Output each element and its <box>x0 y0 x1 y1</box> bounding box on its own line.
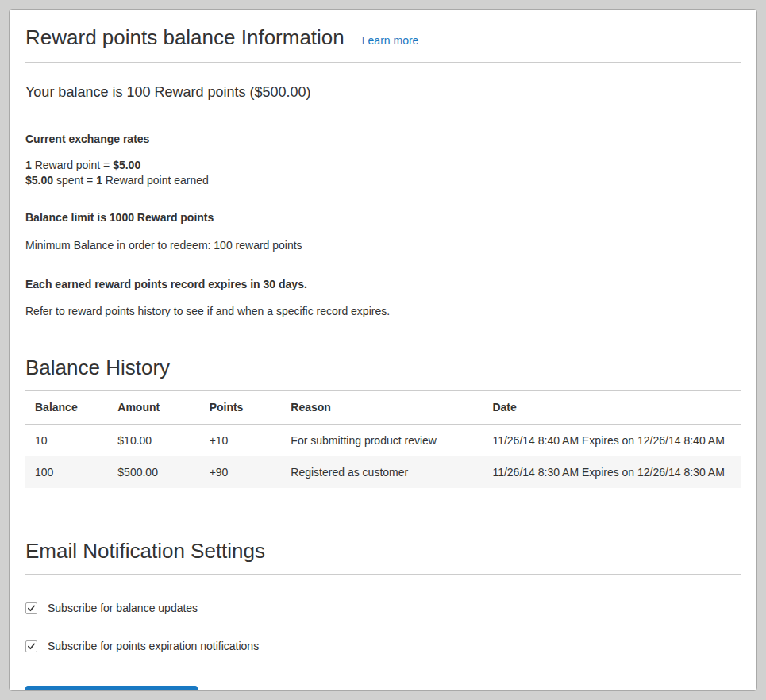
cell-balance: 10 <box>25 425 110 457</box>
balance-updates-checkbox[interactable] <box>25 602 37 614</box>
points-expiration-checkbox[interactable] <box>25 640 37 652</box>
column-header-reason: Reason <box>283 391 484 425</box>
cell-points: +90 <box>202 456 283 488</box>
exchange-rates-heading: Current exchange rates <box>25 132 741 147</box>
expiration-notice: Each earned reward points record expires… <box>25 277 741 292</box>
cell-amount: $500.00 <box>110 456 201 488</box>
exchange-rates-lines: 1 Reward point = $5.00 $5.00 spent = 1 R… <box>25 158 741 188</box>
column-header-points: Points <box>202 391 283 425</box>
cell-points: +10 <box>202 425 283 457</box>
learn-more-link[interactable]: Learn more <box>362 34 419 47</box>
table-row: 100 $500.00 +90 Registered as customer 1… <box>25 456 741 488</box>
balance-limit-notice: Balance limit is 1000 Reward points <box>25 210 741 225</box>
save-subscription-settings-button[interactable]: Save Subscription Settings <box>25 686 198 691</box>
cell-reason: Registered as customer <box>283 456 484 488</box>
column-header-amount: Amount <box>110 391 201 425</box>
rate2-amount: $5.00 <box>25 174 53 187</box>
table-header: Balance Amount Points Reason Date <box>25 391 741 425</box>
checkmark-icon <box>27 642 36 651</box>
column-header-balance: Balance <box>25 391 110 425</box>
column-header-date: Date <box>484 391 741 425</box>
balance-summary: Your balance is 100 Reward points ($500.… <box>25 84 741 101</box>
points-expiration-label[interactable]: Subscribe for points expiration notifica… <box>48 640 259 652</box>
exchange-rate-line-1: 1 Reward point = $5.00 <box>25 158 741 173</box>
balance-updates-label[interactable]: Subscribe for balance updates <box>48 602 198 614</box>
checkmark-icon <box>27 604 36 613</box>
rate2-tail: Reward point earned <box>102 174 209 187</box>
cell-reason: For submitting product review <box>283 425 484 457</box>
expiration-hint: Refer to reward points history to see if… <box>25 304 741 319</box>
exchange-rate-line-2: $5.00 spent = 1 Reward point earned <box>25 173 741 188</box>
cell-balance: 100 <box>25 456 110 488</box>
balance-updates-option: Subscribe for balance updates <box>25 602 741 614</box>
rate1-points: 1 <box>25 159 32 171</box>
balance-history-heading: Balance History <box>25 356 741 391</box>
cell-date: 11/26/14 8:30 AM Expires on 12/26/14 8:3… <box>484 456 741 488</box>
cell-date: 11/26/14 8:40 AM Expires on 12/26/14 8:4… <box>484 425 741 457</box>
rate2-points: 1 <box>96 174 102 187</box>
balance-history-table: Balance Amount Points Reason Date 10 $10… <box>25 391 741 488</box>
rate1-mid: Reward point = <box>32 159 113 171</box>
email-settings-heading: Email Notification Settings <box>25 539 741 575</box>
page-title: Reward points balance Information <box>25 25 345 50</box>
table-body: 10 $10.00 +10 For submitting product rev… <box>25 425 741 489</box>
rate1-amount: $5.00 <box>113 159 140 171</box>
page-header: Reward points balance Information Learn … <box>25 19 741 63</box>
table-row: 10 $10.00 +10 For submitting product rev… <box>25 425 741 457</box>
cell-amount: $10.00 <box>110 425 201 457</box>
table-header-row: Balance Amount Points Reason Date <box>25 391 741 425</box>
minimum-balance-notice: Minimum Balance in order to redeem: 100 … <box>25 238 741 253</box>
rate2-mid: spent = <box>53 174 96 187</box>
points-expiration-option: Subscribe for points expiration notifica… <box>25 640 741 652</box>
reward-points-page: Reward points balance Information Learn … <box>9 9 757 691</box>
